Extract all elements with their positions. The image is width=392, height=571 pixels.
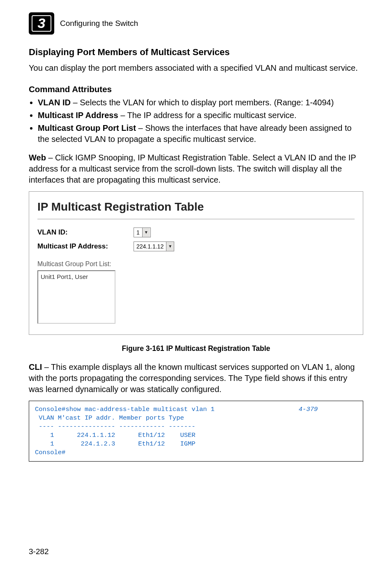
- cli-text: – This example displays all the known mu…: [29, 362, 355, 394]
- bullet-desc: – The IP address for a specific multicas…: [118, 111, 297, 120]
- term-line: 1 224.1.1.12 Eth1/12 USER: [35, 432, 196, 439]
- bullet-desc: – Selects the VLAN for which to display …: [71, 98, 334, 107]
- chapter-number-icon: 3: [29, 12, 54, 35]
- chevron-down-icon: ▼: [166, 242, 174, 251]
- command-attributes-heading: Command Attributes: [29, 84, 363, 95]
- chapter-number: 3: [38, 14, 46, 33]
- vlan-id-row: VLAN ID: 1 ▼: [37, 227, 355, 237]
- web-paragraph: Web – Click IGMP Snooping, IP Multicast …: [29, 152, 363, 186]
- bullet-term: Multicast IP Address: [38, 111, 118, 120]
- multicast-ip-select[interactable]: 224.1.1.12 ▼: [134, 241, 174, 251]
- running-header: 3 Configuring the Switch: [29, 12, 363, 35]
- section-heading: Displaying Port Members of Multicast Ser…: [29, 46, 363, 58]
- bullet-term: VLAN ID: [38, 98, 71, 107]
- section-intro: You can display the port members associa…: [29, 63, 363, 74]
- figure-caption: Figure 3-161 IP Multicast Registration T…: [29, 344, 363, 354]
- multicast-ip-label: Multicast IP Address:: [37, 242, 128, 251]
- term-line: Console#show mac-address-table multicast…: [35, 406, 214, 413]
- term-line: VLAN M'cast IP addr. Member ports Type: [35, 414, 184, 422]
- list-item: VLAN ID – Selects the VLAN for which to …: [38, 97, 363, 108]
- divider: [37, 219, 355, 219]
- group-port-list-box[interactable]: Unit1 Port1, User: [37, 270, 115, 324]
- group-port-list-item: Unit1 Port1, User: [41, 273, 112, 281]
- cli-paragraph: CLI – This example displays all the know…: [29, 362, 363, 395]
- multicast-ip-row: Multicast IP Address: 224.1.1.12 ▼: [37, 241, 355, 251]
- screenshot-title: IP Multicast Registration Table: [37, 199, 355, 215]
- list-item: Multicast IP Address – The IP address fo…: [38, 110, 363, 121]
- terminal-output: Console#show mac-address-table multicast…: [29, 401, 363, 462]
- vlan-id-value: 1: [134, 229, 142, 237]
- chevron-down-icon: ▼: [142, 228, 150, 237]
- page-number: 3-282: [29, 546, 49, 557]
- term-line: 1 224.1.2.3 Eth1/12 IGMP: [35, 440, 196, 448]
- command-attributes-list: VLAN ID – Selects the VLAN for which to …: [29, 97, 363, 145]
- web-prefix: Web: [29, 153, 46, 162]
- bullet-term: Multicast Group Port List: [38, 123, 136, 132]
- term-line: ---- --------------- ------------ ------…: [35, 423, 196, 430]
- list-item: Multicast Group Port List – Shows the in…: [38, 123, 363, 145]
- embedded-screenshot: IP Multicast Registration Table VLAN ID:…: [29, 191, 363, 334]
- running-header-title: Configuring the Switch: [60, 18, 138, 29]
- page-reference: 4-379: [299, 406, 318, 413]
- cli-prefix: CLI: [29, 362, 42, 371]
- term-line: Console#: [35, 449, 65, 456]
- multicast-ip-value: 224.1.1.12: [134, 243, 166, 251]
- vlan-id-label: VLAN ID:: [37, 228, 128, 237]
- vlan-id-select[interactable]: 1 ▼: [134, 227, 151, 237]
- group-port-list-caption: Multicast Group Port List:: [37, 260, 355, 269]
- web-text: – Click IGMP Snooping, IP Multicast Regi…: [29, 153, 356, 184]
- page: 3 Configuring the Switch Displaying Port…: [0, 0, 392, 571]
